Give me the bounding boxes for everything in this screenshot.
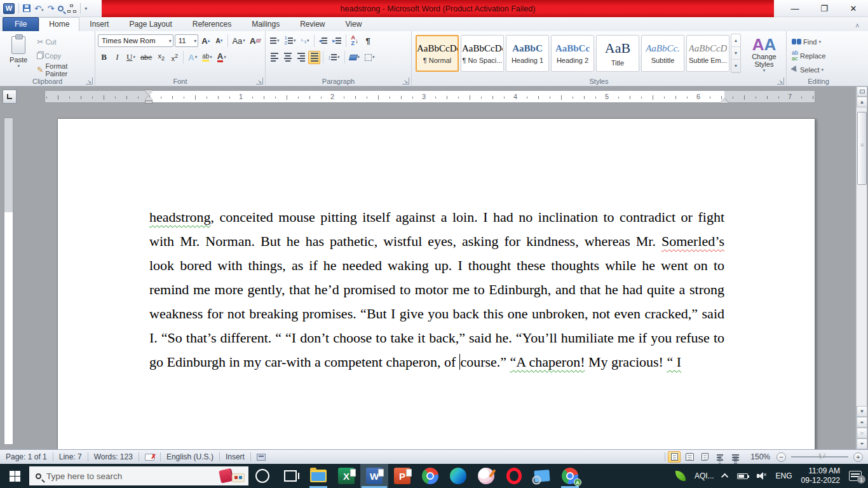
- font-name-select[interactable]: Times New Rom▾: [98, 34, 173, 47]
- bullets-button[interactable]: ▾: [268, 34, 281, 48]
- select-button[interactable]: Select▾: [789, 63, 848, 76]
- close-button[interactable]: ✕: [839, 0, 868, 17]
- next-page-icon[interactable]: ⏷: [857, 438, 867, 449]
- clear-formatting-button[interactable]: A: [248, 34, 262, 48]
- notification-center-icon[interactable]: 1: [849, 471, 862, 481]
- status-words[interactable]: Words: 123: [88, 450, 139, 464]
- tab-insert[interactable]: Insert: [79, 17, 119, 31]
- line-spacing-button[interactable]: ↕▾: [326, 51, 342, 64]
- numbering-button[interactable]: 12▾: [283, 34, 298, 48]
- zoom-in-button[interactable]: +: [853, 452, 863, 462]
- highlight-color-button[interactable]: ab▾: [200, 51, 214, 64]
- horizontal-ruler[interactable]: 1234567: [44, 90, 815, 103]
- tab-home[interactable]: Home: [39, 17, 79, 31]
- tab-references[interactable]: References: [182, 17, 241, 31]
- print-layout-view-button[interactable]: [668, 451, 681, 463]
- first-line-indent-marker[interactable]: [145, 90, 153, 95]
- text-effects-button[interactable]: A▾: [186, 51, 199, 64]
- outline-view-button[interactable]: [714, 451, 726, 463]
- text-line[interactable]: look bored with things, as if he needed …: [149, 254, 724, 278]
- find-button[interactable]: Find▾: [789, 35, 848, 48]
- change-case-button[interactable]: Aa▾: [231, 34, 247, 48]
- save-icon[interactable]: [23, 4, 31, 12]
- left-indent-marker[interactable]: [145, 100, 153, 104]
- sort-button[interactable]: AZ↓: [349, 34, 361, 48]
- cut-button[interactable]: ✂Cut: [34, 35, 92, 48]
- style-title[interactable]: AaBTitle: [596, 35, 639, 72]
- right-indent-marker[interactable]: [721, 98, 728, 103]
- text-line[interactable]: go Edinburgh in my car-with a competent …: [149, 350, 724, 374]
- restore-button[interactable]: ❐: [810, 0, 839, 17]
- bold-button[interactable]: B: [98, 51, 110, 64]
- borders-button[interactable]: ▾: [363, 51, 377, 64]
- align-center-button[interactable]: [281, 51, 294, 64]
- grow-font-button[interactable]: A▴: [200, 34, 212, 48]
- text-line[interactable]: weakness for not breaking promises. “But…: [149, 302, 724, 326]
- zoom-slider[interactable]: [791, 456, 848, 458]
- copy-button[interactable]: Copy: [34, 49, 92, 62]
- vertical-scrollbar[interactable]: ▲ ▼ ⏶ ○ ⏷: [856, 86, 867, 449]
- shading-button[interactable]: ▾: [348, 51, 362, 64]
- previous-page-icon[interactable]: ⏶: [857, 417, 867, 428]
- gallery-scroll-down-icon[interactable]: ▼: [731, 47, 740, 60]
- align-right-button[interactable]: [295, 51, 307, 64]
- macro-button[interactable]: [251, 450, 271, 464]
- tab-view[interactable]: View: [336, 17, 372, 31]
- shrink-font-button[interactable]: A▾: [213, 34, 225, 48]
- indent-markers[interactable]: [145, 90, 153, 104]
- text-line[interactable]: with Mr. Norman. But he has pathetic, wi…: [149, 229, 724, 254]
- font-dialog-launcher[interactable]: [256, 78, 263, 85]
- web-layout-view-button[interactable]: [698, 451, 711, 463]
- change-styles-button[interactable]: AA Change Styles▾: [745, 34, 783, 76]
- start-button[interactable]: [0, 464, 29, 488]
- scrollbar-thumb[interactable]: [857, 112, 867, 185]
- aqi-leaf-icon[interactable]: [675, 471, 686, 481]
- styles-dialog-launcher[interactable]: [777, 78, 784, 85]
- show-hide-pilcrow-button[interactable]: ¶: [362, 34, 374, 48]
- taskbar-app-chrome-profile[interactable]: A: [556, 464, 584, 488]
- zoom-out-button[interactable]: −: [776, 452, 786, 462]
- paste-button[interactable]: Paste▾: [3, 34, 34, 76]
- style-subtle-em[interactable]: AaBbCcDSubtle Em...: [686, 35, 729, 72]
- document-text[interactable]: headstrong, conceited mouse pitting itse…: [149, 205, 724, 374]
- subscript-button[interactable]: x2: [155, 51, 167, 64]
- zoom-level[interactable]: 150%: [750, 452, 770, 461]
- status-line[interactable]: Line: 7: [53, 450, 88, 464]
- taskbar-app-paint[interactable]: [472, 464, 500, 488]
- align-left-button[interactable]: [268, 51, 280, 64]
- italic-button[interactable]: I: [111, 51, 123, 64]
- superscript-button[interactable]: x2: [168, 51, 180, 64]
- text-line[interactable]: headstrong, conceited mouse pitting itse…: [149, 205, 724, 229]
- style-no-spaci[interactable]: AaBbCcDc¶ No Spaci...: [461, 35, 504, 72]
- underline-button[interactable]: U▾: [125, 51, 137, 64]
- hanging-indent-marker[interactable]: [145, 96, 153, 100]
- clock[interactable]: 11:09 AM 09-12-2022: [801, 466, 840, 485]
- document-page[interactable]: headstrong, conceited mouse pitting itse…: [57, 118, 815, 449]
- task-view-button[interactable]: [276, 464, 304, 488]
- format-painter-button[interactable]: ✎Format Painter: [34, 63, 92, 76]
- search-highlight-game-icon[interactable]: [220, 470, 245, 482]
- strikethrough-button[interactable]: abe: [139, 51, 154, 64]
- replace-button[interactable]: abacReplace: [789, 49, 848, 62]
- word-logo-icon[interactable]: W: [3, 3, 15, 14]
- muted-speaker-icon[interactable]: ×: [757, 472, 767, 480]
- tab-stop-selector[interactable]: [3, 90, 17, 104]
- taskbar-app-edge[interactable]: [444, 464, 472, 488]
- text-line[interactable]: remind me more gently, that he’d promise…: [149, 278, 724, 302]
- proofing-errors-button[interactable]: [139, 450, 160, 464]
- taskbar-app-powerpoint[interactable]: P: [388, 464, 416, 488]
- status-english-u-s-)[interactable]: English (U.S.): [161, 450, 219, 464]
- style-heading-1[interactable]: AaBbCHeading 1: [506, 35, 549, 72]
- tab-file[interactable]: File: [3, 17, 39, 31]
- multilevel-list-button[interactable]: ¹·₃▾: [299, 34, 311, 48]
- style-subtitle[interactable]: AaBbCc.Subtitle: [641, 35, 684, 72]
- draft-view-button[interactable]: [729, 451, 742, 463]
- redo-icon[interactable]: ↷: [47, 4, 54, 13]
- taskbar-app-word[interactable]: W: [360, 464, 388, 488]
- status-page[interactable]: Page: 1 of 1: [0, 450, 53, 464]
- taskbar-app-file-explorer[interactable]: [304, 464, 332, 488]
- toggle-ruler-button[interactable]: [857, 86, 867, 97]
- gallery-more-icon[interactable]: ▼: [731, 60, 740, 72]
- decrease-indent-button[interactable]: ◂: [317, 34, 330, 48]
- clipboard-dialog-launcher[interactable]: [86, 78, 93, 85]
